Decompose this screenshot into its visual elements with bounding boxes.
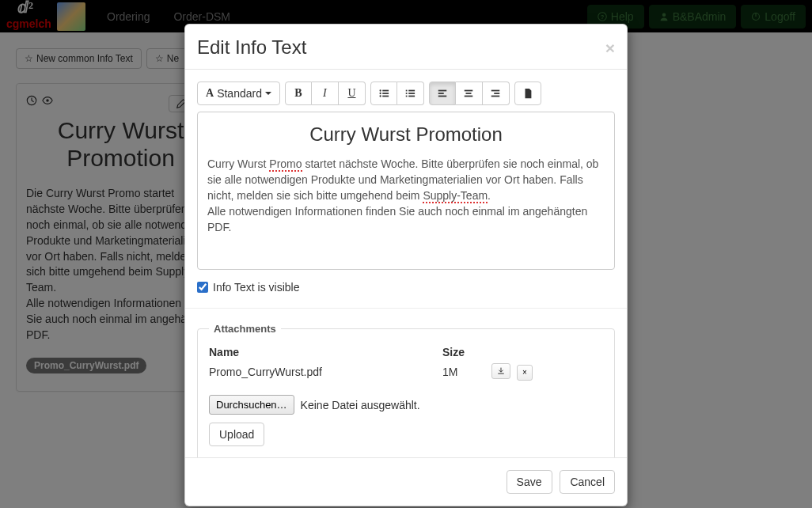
- svg-rect-11: [382, 93, 389, 94]
- close-icon: ×: [522, 368, 527, 377]
- svg-rect-21: [438, 96, 447, 97]
- svg-point-7: [379, 89, 381, 91]
- bold-icon: B: [294, 86, 302, 100]
- attachments-legend: Attachments: [209, 323, 281, 335]
- insert-file-button[interactable]: [514, 82, 541, 105]
- style-label: Standard: [217, 86, 262, 100]
- browse-file-button[interactable]: Durchsuchen…: [209, 395, 294, 415]
- ordered-list-button[interactable]: [397, 82, 424, 105]
- svg-rect-12: [382, 96, 389, 97]
- svg-rect-19: [438, 90, 447, 92]
- modal-title: Edit Info Text: [197, 36, 306, 59]
- align-center-button[interactable]: [456, 82, 483, 105]
- svg-rect-13: [409, 90, 415, 92]
- bold-button[interactable]: B: [285, 82, 312, 105]
- list-ol-icon: [404, 88, 415, 99]
- visible-label: Info Text is visible: [213, 281, 299, 294]
- font-icon: A: [206, 86, 214, 100]
- svg-rect-25: [491, 90, 500, 92]
- editor-paragraph-2[interactable]: Alle notwendigen Informationen finden Si…: [207, 204, 605, 236]
- download-attachment-button[interactable]: [491, 363, 510, 379]
- attachments-col-size: Size: [442, 346, 491, 358]
- italic-icon: I: [323, 86, 327, 100]
- svg-rect-20: [438, 93, 444, 94]
- attachment-name: Promo_CurryWurst.pdf: [209, 366, 442, 378]
- underline-button[interactable]: U: [339, 82, 366, 105]
- attachments-fieldset: Attachments Name Size Promo_CurryWurst.p…: [197, 323, 615, 457]
- align-left-icon: [437, 88, 448, 99]
- unordered-list-button[interactable]: [370, 82, 397, 105]
- svg-rect-24: [465, 96, 473, 97]
- style-dropdown[interactable]: A Standard: [197, 82, 280, 105]
- no-file-label: Keine Datei ausgewählt.: [301, 399, 420, 411]
- spell-error-promo[interactable]: Promo: [269, 157, 302, 172]
- visible-checkbox[interactable]: [197, 282, 208, 293]
- editor-heading[interactable]: Curry Wurst Promotion: [207, 123, 605, 146]
- svg-rect-17: [406, 93, 408, 94]
- edit-info-text-modal: Edit Info Text × A Standard B I U: [184, 24, 628, 506]
- upload-button[interactable]: Upload: [209, 423, 264, 446]
- download-icon: [497, 367, 505, 375]
- align-left-button[interactable]: [429, 82, 456, 105]
- italic-button[interactable]: I: [312, 82, 339, 105]
- editor-toolbar: A Standard B I U: [197, 82, 615, 105]
- svg-rect-15: [409, 96, 415, 97]
- svg-rect-27: [491, 96, 500, 97]
- remove-attachment-button[interactable]: ×: [517, 365, 533, 381]
- attachment-size: 1M: [442, 366, 491, 378]
- svg-point-8: [379, 93, 381, 94]
- rich-text-editor[interactable]: Curry Wurst Promotion Curry Wurst Promo …: [197, 112, 615, 270]
- svg-rect-26: [495, 93, 500, 94]
- svg-rect-14: [409, 93, 415, 94]
- list-ul-icon: [378, 88, 389, 99]
- chevron-down-icon: [265, 92, 271, 95]
- svg-point-9: [379, 95, 381, 97]
- align-center-icon: [463, 88, 474, 99]
- svg-rect-22: [465, 90, 473, 92]
- visible-checkbox-row[interactable]: Info Text is visible: [197, 281, 615, 294]
- underline-icon: U: [347, 86, 355, 100]
- save-button[interactable]: Save: [507, 470, 552, 494]
- align-right-icon: [490, 88, 501, 99]
- svg-rect-10: [382, 90, 389, 92]
- align-right-button[interactable]: [483, 82, 510, 105]
- attachment-row: Promo_CurryWurst.pdf 1M ×: [209, 363, 603, 381]
- divider: [185, 308, 627, 309]
- svg-rect-16: [406, 90, 408, 92]
- attachments-col-name: Name: [209, 346, 442, 358]
- editor-paragraph-1[interactable]: Curry Wurst Promo startet nächste Woche.…: [207, 157, 605, 204]
- cancel-button[interactable]: Cancel: [560, 470, 615, 494]
- svg-rect-23: [466, 93, 472, 94]
- file-icon: [522, 88, 533, 99]
- spell-error-supply-team[interactable]: Supply-Team: [423, 189, 488, 203]
- modal-close-button[interactable]: ×: [605, 40, 615, 56]
- svg-rect-18: [406, 96, 408, 97]
